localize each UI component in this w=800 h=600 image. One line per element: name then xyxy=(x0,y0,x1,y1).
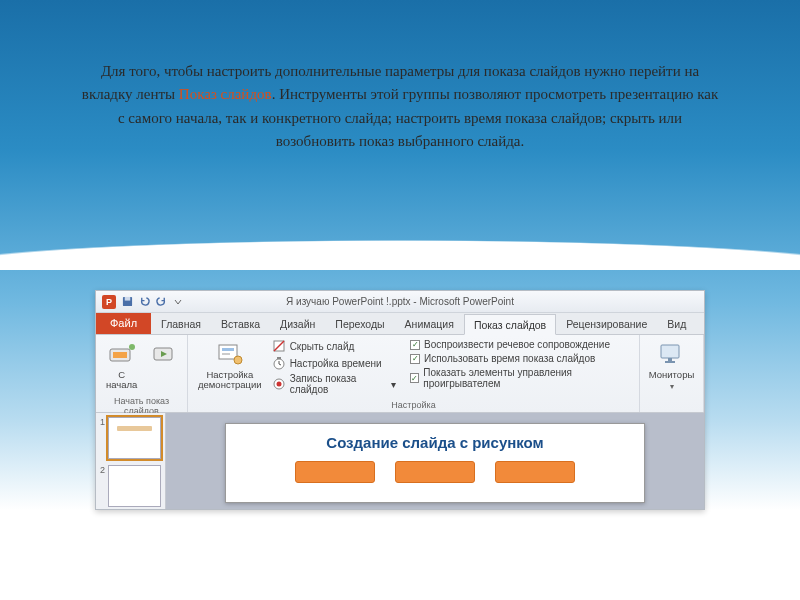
tab-design[interactable]: Дизайн xyxy=(270,313,325,334)
setup-show-button[interactable]: Настройкадемонстрации xyxy=(194,338,266,393)
tab-home[interactable]: Главная xyxy=(151,313,211,334)
svg-rect-18 xyxy=(665,361,675,363)
qat-dropdown-icon[interactable] xyxy=(171,295,185,309)
tab-insert[interactable]: Вставка xyxy=(211,313,270,334)
workspace: 1 2 Создание слайда с рисунком xyxy=(96,413,704,509)
setup-checkboxes: ✓Воспроизвести речевое сопровождение ✓Ис… xyxy=(410,338,633,390)
qat-save-icon[interactable] xyxy=(120,295,134,309)
svg-rect-1 xyxy=(124,297,130,301)
ribbon: Сначала Начать показ слайдов Настройкаде… xyxy=(96,335,704,413)
tab-review[interactable]: Рецензирование xyxy=(556,313,657,334)
svg-rect-17 xyxy=(668,358,672,361)
record-icon xyxy=(272,377,286,391)
svg-rect-13 xyxy=(277,357,281,359)
slide-canvas: Создание слайда с рисунком xyxy=(166,413,704,509)
ribbon-group-setup: Настройкадемонстрации Скрыть слайд Настр… xyxy=(188,335,640,412)
explainer-text: Для того, чтобы настроить дополнительные… xyxy=(80,60,720,153)
titlebar: P Я изучаю PowerPoint !.pptx - Microsoft… xyxy=(96,291,704,313)
use-timings-checkbox[interactable]: ✓Использовать время показа слайдов xyxy=(410,352,633,365)
shape-pill xyxy=(395,461,475,483)
show-media-controls-checkbox[interactable]: ✓Показать элементы управления проигрыват… xyxy=(410,366,633,390)
projector-icon xyxy=(108,340,136,368)
svg-point-9 xyxy=(234,356,242,364)
powerpoint-window: P Я изучаю PowerPoint !.pptx - Microsoft… xyxy=(95,290,705,510)
setup-small-buttons: Скрыть слайд Настройка времени Запись по… xyxy=(272,338,396,396)
shape-pill xyxy=(495,461,575,483)
tab-slideshow[interactable]: Показ слайдов xyxy=(464,314,556,335)
shape-pill xyxy=(295,461,375,483)
clock-icon xyxy=(272,356,286,370)
setup-icon xyxy=(216,340,244,368)
group-setup-label: Настройка xyxy=(194,397,633,410)
checkbox-icon: ✓ xyxy=(410,340,420,350)
svg-rect-6 xyxy=(219,345,237,359)
projector-play-icon xyxy=(151,340,179,368)
thumb-number: 2 xyxy=(100,465,105,510)
play-narrations-checkbox[interactable]: ✓Воспроизвести речевое сопровождение xyxy=(410,338,633,351)
thumb-number: 1 xyxy=(100,417,105,465)
hide-slide-button[interactable]: Скрыть слайд xyxy=(272,338,396,354)
slide-title: Создание слайда с рисунком xyxy=(326,434,543,451)
slide-thumbnail[interactable] xyxy=(108,417,161,459)
tab-transitions[interactable]: Переходы xyxy=(325,313,394,334)
svg-rect-7 xyxy=(222,348,234,351)
window-title: Я изучаю PowerPoint !.pptx - Microsoft P… xyxy=(96,296,704,307)
svg-rect-8 xyxy=(222,353,230,355)
tab-file[interactable]: Файл xyxy=(96,312,151,334)
ribbon-group-start: Сначала Начать показ слайдов xyxy=(96,335,188,412)
svg-point-15 xyxy=(276,382,281,387)
from-beginning-button[interactable]: Сначала xyxy=(102,338,141,393)
ribbon-tabs: Файл Главная Вставка Дизайн Переходы Ани… xyxy=(96,313,704,335)
checkbox-icon: ✓ xyxy=(410,373,419,383)
qat-undo-icon[interactable] xyxy=(137,295,151,309)
slide-shapes xyxy=(295,461,575,483)
hide-slide-icon xyxy=(272,339,286,353)
explainer-highlight: Показ слайдов xyxy=(179,86,272,102)
dropdown-arrow-icon: ▾ xyxy=(391,379,396,390)
slide[interactable]: Создание слайда с рисунком xyxy=(225,423,645,503)
from-current-button[interactable] xyxy=(147,338,183,370)
tab-view[interactable]: Вид xyxy=(657,313,696,334)
ribbon-group-monitors: Мониторы ▾ xyxy=(640,335,704,412)
quick-access-toolbar xyxy=(120,295,185,309)
monitors-button[interactable]: Мониторы ▾ xyxy=(645,338,699,393)
svg-rect-3 xyxy=(113,352,127,358)
record-slideshow-button[interactable]: Запись показа слайдов ▾ xyxy=(272,372,396,396)
app-icon: P xyxy=(102,295,116,309)
monitor-icon xyxy=(658,340,686,368)
decorative-wave xyxy=(0,210,800,270)
checkbox-icon: ✓ xyxy=(410,354,420,364)
svg-rect-16 xyxy=(661,345,679,358)
tab-animation[interactable]: Анимация xyxy=(395,313,464,334)
svg-point-4 xyxy=(129,344,135,350)
qat-redo-icon[interactable] xyxy=(154,295,168,309)
thumbnail-pane: 1 2 xyxy=(96,413,166,509)
dropdown-arrow-icon: ▾ xyxy=(670,382,674,391)
rehearse-timings-button[interactable]: Настройка времени xyxy=(272,355,396,371)
slide-thumbnail[interactable] xyxy=(108,465,161,507)
